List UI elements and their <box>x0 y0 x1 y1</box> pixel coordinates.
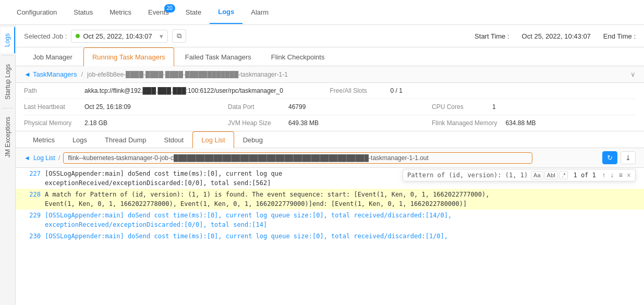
slots-value: 0 / 1 <box>391 87 403 94</box>
search-float: Pattern of (id, version): (1, 1) Aa AbI … <box>403 169 636 181</box>
info-cell-slots: Free/All Slots 0 / 1 <box>330 87 636 94</box>
flink-memory-value: 634.88 MB <box>505 119 536 127</box>
log-content: Pattern of (id, version): (1, 1) Aa AbI … <box>16 168 644 305</box>
info-cell-cpu: CPU Cores 1 <box>432 103 636 111</box>
breadcrumb-expand[interactable]: ∨ <box>630 70 636 78</box>
search-options: Aa AbI .* <box>531 171 568 179</box>
nav-status[interactable]: Status <box>65 1 101 23</box>
info-cell-path: Path akka.tcp://flink@192.███.███.███:10… <box>24 87 330 94</box>
job-selector[interactable]: Oct 25, 2022, 10:43:07 ▾ <box>71 30 167 43</box>
info-cell-heartbeat: Last Heartbeat Oct 25, 16:18:09 <box>24 103 228 111</box>
nav-logs[interactable]: Logs <box>210 1 242 24</box>
breadcrumb-back[interactable]: ◄ <box>24 70 31 78</box>
breadcrumb: ◄ TaskManagers / job-efe8b8ee-████-████-… <box>16 66 644 83</box>
search-menu-button[interactable]: ≡ <box>618 172 624 179</box>
job-bar: Selected Job : Oct 25, 2022, 10:43:07 ▾ … <box>16 25 644 47</box>
log-path-back[interactable]: ◄ <box>24 154 30 162</box>
heartbeat-value: Oct 25, 16:18:09 <box>84 103 131 111</box>
subtab-failed-task-managers[interactable]: Failed Task Managers <box>176 47 260 66</box>
info-row-memory: Physical Memory 2.18 GB JVM Heap Size 64… <box>24 115 636 131</box>
jvm-value: 649.38 MB <box>288 119 319 127</box>
subtab-flink-checkpoints[interactable]: Flink Checkpoints <box>262 47 334 66</box>
refresh-button[interactable]: ↻ <box>602 151 617 164</box>
search-query: Pattern of (id, version): (1, 1) <box>407 172 528 179</box>
cpu-label: CPU Cores <box>432 103 484 111</box>
top-navigation: Configuration Status Metrics Events 20 S… <box>0 0 644 25</box>
nav-metrics[interactable]: Metrics <box>101 1 140 23</box>
detail-tab-logs[interactable]: Logs <box>64 131 96 148</box>
dataport-label: Data Port <box>228 103 280 111</box>
log-text-230: [OSSLogAppender:main] doSend cost time(m… <box>45 231 448 241</box>
search-close-button[interactable]: × <box>627 171 631 179</box>
physical-memory-label: Physical Memory <box>24 119 76 127</box>
log-path-filename: flink--kubernetes-taskmanager-0-job-c███… <box>63 152 532 164</box>
detail-tabs: Metrics Logs Thread Dump Stdout Log List… <box>16 131 644 148</box>
detail-tab-metrics[interactable]: Metrics <box>24 131 64 148</box>
log-path-sep: / <box>58 154 60 162</box>
jvm-label: JVM Heap Size <box>228 119 280 127</box>
subtab-job-manager[interactable]: Job Manager <box>24 47 81 66</box>
detail-tab-debug[interactable]: Debug <box>234 131 272 148</box>
search-case-sensitive[interactable]: Aa <box>531 171 543 179</box>
sub-tabs: Job Manager Running Task Managers Failed… <box>16 47 644 66</box>
copy-job-button[interactable]: ⧉ <box>172 29 186 43</box>
slots-label: Free/All Slots <box>330 87 382 94</box>
nav-state[interactable]: State <box>177 1 210 23</box>
sidebar-tab-startup-logs[interactable]: Startup Logs <box>1 58 15 106</box>
info-row-heartbeat: Last Heartbeat Oct 25, 16:18:09 Data Por… <box>24 99 636 115</box>
sidebar-divider-1 <box>2 55 14 56</box>
log-num-228: 228 <box>24 190 41 209</box>
job-status-dot <box>76 34 80 38</box>
log-num-229: 229 <box>24 211 41 229</box>
start-time-label: Start Time : <box>475 32 509 40</box>
nav-events[interactable]: Events 20 <box>140 1 177 23</box>
info-cell-jvm: JVM Heap Size 649.38 MB <box>228 119 432 127</box>
end-time-label: End Time : <box>603 32 636 40</box>
log-line-230: 230 [OSSLogAppender:main] doSend cost ti… <box>16 230 644 242</box>
nav-alarm[interactable]: Alarm <box>242 1 277 23</box>
breadcrumb-path: job-efe8b8ee-████-████-████-████████████… <box>87 71 288 78</box>
log-line-228: 228 A match for Pattern of (id, version)… <box>16 189 644 210</box>
time-info: Start Time : Oct 25, 2022, 10:43:07 End … <box>475 32 636 40</box>
breadcrumb-sep: / <box>81 70 83 78</box>
job-time: Oct 25, 2022, 10:43:07 <box>83 32 152 40</box>
search-whole-word[interactable]: AbI <box>544 171 558 179</box>
events-badge: 20 <box>164 4 175 13</box>
breadcrumb-root[interactable]: TaskManagers <box>33 70 77 78</box>
log-num-230: 230 <box>24 231 41 241</box>
left-sidebar: Logs Startup Logs JM Exceptions <box>0 25 16 305</box>
selected-job-label: Selected Job : <box>24 32 67 40</box>
dataport-value: 46799 <box>288 103 306 111</box>
log-text-227: [OSSLogAppender:main] doSend cost time(m… <box>45 169 282 188</box>
info-cell-flink-memory: Flink Managed Memory 634.88 MB <box>432 119 636 127</box>
path-label: Path <box>24 87 76 94</box>
sidebar-tab-logs[interactable]: Logs <box>1 27 15 53</box>
log-num-227: 227 <box>24 169 41 188</box>
log-path-actions: ↻ ⤓ <box>602 151 636 164</box>
search-prev-button[interactable]: ↑ <box>601 172 606 179</box>
main-layout: Logs Startup Logs JM Exceptions Selected… <box>0 25 644 305</box>
content-area: Selected Job : Oct 25, 2022, 10:43:07 ▾ … <box>16 25 644 305</box>
flink-memory-label: Flink Managed Memory <box>432 119 497 127</box>
cpu-value: 1 <box>492 103 496 111</box>
path-value: akka.tcp://flink@192.███.███.███:100:612… <box>84 87 283 94</box>
detail-tab-stdout[interactable]: Stdout <box>155 131 193 148</box>
sidebar-tab-jm-exceptions[interactable]: JM Exceptions <box>1 111 15 164</box>
search-regex[interactable]: .* <box>559 171 568 179</box>
heartbeat-label: Last Heartbeat <box>24 103 76 111</box>
nav-configuration[interactable]: Configuration <box>8 1 65 23</box>
download-button[interactable]: ⤓ <box>621 151 636 164</box>
log-line-229: 229 [OSSLogAppender:main] doSend cost ti… <box>16 210 644 230</box>
info-cell-dataport: Data Port 46799 <box>228 103 432 111</box>
info-cell-physical-memory: Physical Memory 2.18 GB <box>24 119 228 127</box>
subtab-running-task-managers[interactable]: Running Task Managers <box>83 47 174 66</box>
info-row-path: Path akka.tcp://flink@192.███.███.███:10… <box>24 83 636 99</box>
detail-tab-thread-dump[interactable]: Thread Dump <box>96 131 155 148</box>
search-next-button[interactable]: ↓ <box>610 172 615 179</box>
info-table: Path akka.tcp://flink@192.███.███.███:10… <box>16 83 644 131</box>
log-text-228: A match for Pattern of (id, version): (1… <box>45 190 490 209</box>
sidebar-divider-2 <box>2 108 14 108</box>
physical-memory-value: 2.18 GB <box>84 119 107 127</box>
detail-tab-log-list[interactable]: Log List <box>192 131 234 148</box>
log-path-root[interactable]: Log List <box>33 154 55 162</box>
